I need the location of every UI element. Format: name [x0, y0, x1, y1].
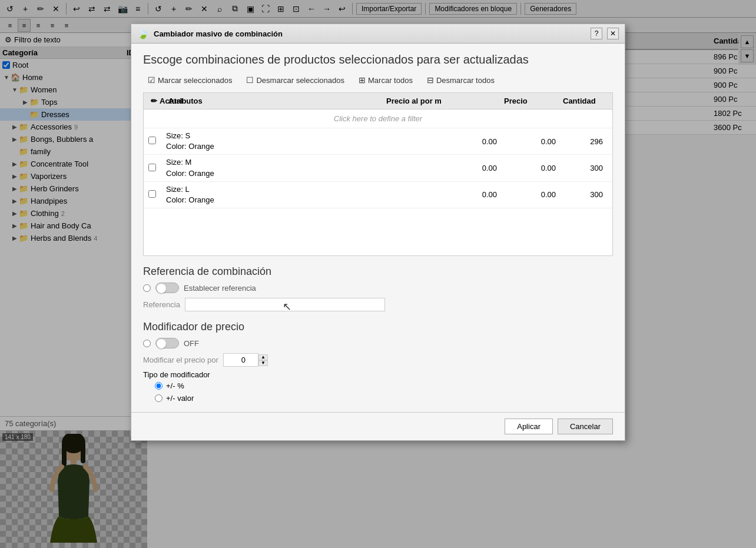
col-atributos: Atributos [166, 95, 384, 107]
mark-all-button[interactable]: ⊞ Marcar todos [354, 74, 417, 87]
unmark-selected-button[interactable]: ☐ Desmarcar seleccionados [241, 74, 349, 87]
price-toggle-container [155, 338, 179, 348]
price-toggle-thumb [157, 339, 166, 348]
modal-footer: Aplicar Cancelar [131, 412, 625, 440]
ref-input-row: Referencia [143, 298, 613, 311]
radio-percent-label: +/- % [166, 381, 184, 390]
unmark-all-button[interactable]: ⊟ Desmarcar todos [422, 74, 499, 87]
price-section: OFF Modificar el precio por ▲ ▼ Tipo de … [143, 338, 613, 403]
comb-row-m-checkbox-cell [148, 164, 166, 173]
price-spinner-up[interactable]: ▲ [258, 354, 268, 360]
radio-group: +/- % +/- valor [155, 381, 613, 403]
radio-item-value: +/- valor [155, 394, 613, 403]
comb-l-size: Size: L [166, 184, 384, 195]
modify-price-label: Modificar el precio por [143, 356, 218, 364]
mark-all-icon: ⊞ [359, 75, 366, 85]
ref-heading: Referencia de combinación [143, 265, 613, 278]
comb-s-color: Color: Orange [166, 141, 384, 152]
ref-toggle-label: Establecer referencia [184, 284, 256, 293]
comb-m-checkbox[interactable] [148, 164, 156, 171]
col-precio: Precio [502, 95, 561, 107]
radio-percent[interactable] [155, 382, 163, 390]
apply-button[interactable]: Aplicar [505, 419, 553, 434]
comb-s-attr: Size: S Color: Orange [166, 131, 384, 152]
comb-s-precio-mayor: 0.00 [384, 137, 502, 146]
comb-s-checkbox[interactable] [148, 137, 156, 144]
price-spinner-down[interactable]: ▼ [258, 360, 268, 366]
ref-radio[interactable] [143, 284, 151, 292]
modal-body: Escoge combinaciones de productos selecc… [131, 44, 625, 412]
radio-value-label: +/- valor [166, 394, 194, 403]
unmark-all-icon: ⊟ [427, 75, 434, 85]
modal-help-button[interactable]: ? [591, 28, 602, 39]
col-precio-mayor: Precio al por m [384, 95, 502, 107]
price-radio[interactable] [143, 340, 151, 347]
comb-s-size: Size: S [166, 131, 384, 141]
modal-close-button[interactable]: ✕ [607, 28, 619, 39]
comb-l-precio-mayor: 0.00 [384, 190, 502, 199]
comb-m-precio: 0.00 [502, 164, 561, 172]
modal-title-icon: 🍃 [137, 28, 149, 39]
mark-selected-label: Marcar seleccionados [158, 76, 232, 85]
mark-selected-icon: ☑ [148, 75, 155, 85]
modal-toolbar: ☑ Marcar seleccionados ☐ Desmarcar selec… [143, 74, 613, 87]
comb-m-color: Color: Orange [166, 168, 384, 179]
comb-row-s-checkbox-cell [148, 137, 166, 146]
comb-row-l-checkbox-cell [148, 190, 166, 200]
modify-price-input-wrap: ▲ ▼ [223, 353, 268, 367]
unmark-all-label: Desmarcar todos [436, 76, 495, 85]
unmark-selected-icon: ☐ [246, 75, 254, 85]
radio-value[interactable] [155, 394, 163, 402]
comb-l-attr: Size: L Color: Orange [166, 184, 384, 205]
price-heading: Modificador de precio [143, 321, 613, 333]
tipo-label: Tipo de modificador [143, 370, 613, 379]
ref-toggle-thumb [157, 284, 166, 293]
price-toggle-track[interactable] [155, 338, 179, 348]
comb-s-precio: 0.00 [502, 137, 561, 146]
comb-l-cantidad: 300 [561, 190, 608, 199]
comb-m-cantidad: 300 [561, 164, 608, 172]
mark-all-label: Marcar todos [368, 76, 413, 85]
combinations-table: ✏ Actual Atributos Precio al por m Preci… [143, 92, 613, 256]
comb-m-size: Size: M [166, 157, 384, 168]
comb-m-precio-mayor: 0.00 [384, 164, 502, 172]
comb-m-attr: Size: M Color: Orange [166, 157, 384, 178]
modal-heading: Escoge combinaciones de productos selecc… [143, 53, 613, 67]
price-spinner: ▲ ▼ [258, 354, 268, 366]
radio-item-percent: +/- % [155, 381, 613, 390]
tipo-modificador-section: Tipo de modificador +/- % +/- valor [143, 370, 613, 403]
comb-table-empty [144, 208, 612, 255]
comb-row-l: Size: L Color: Orange 0.00 0.00 300 [144, 182, 612, 208]
ref-toggle-container [155, 283, 179, 293]
modal-overlay: 🍃 Cambiador masivo de combinación ? ✕ Es… [0, 0, 756, 548]
ref-section: Establecer referencia Referencia [143, 283, 613, 311]
comb-s-cantidad: 296 [561, 137, 608, 146]
mark-selected-button[interactable]: ☑ Marcar seleccionados [143, 74, 237, 87]
price-toggle-row: OFF [143, 338, 613, 348]
modal-title-text: Cambiador masivo de combinación [154, 29, 586, 38]
comb-l-precio: 0.00 [502, 190, 561, 199]
comb-table-header: ✏ Actual Atributos Precio al por m Preci… [144, 93, 612, 109]
pencil-col-icon: ✏ [151, 97, 157, 105]
col-actual: ✏ Actual [148, 95, 166, 107]
filter-row[interactable]: Click here to define a filter [144, 109, 612, 128]
col-cantidad: Cantidad [561, 95, 608, 107]
comb-row-m: Size: M Color: Orange 0.00 0.00 300 [144, 155, 612, 181]
ref-toggle-row: Establecer referencia [143, 283, 613, 293]
comb-l-checkbox[interactable] [148, 190, 156, 198]
unmark-selected-label: Desmarcar seleccionados [256, 76, 344, 85]
price-off-label: OFF [184, 339, 199, 348]
comb-row-s: Size: S Color: Orange 0.00 0.00 296 [144, 128, 612, 155]
ref-label: Referencia [143, 300, 180, 309]
price-modify-row: Modificar el precio por ▲ ▼ [143, 353, 613, 367]
modify-price-input[interactable] [223, 353, 258, 367]
modal-titlebar: 🍃 Cambiador masivo de combinación ? ✕ [131, 24, 625, 44]
ref-toggle-track[interactable] [155, 283, 179, 293]
ref-input[interactable] [185, 298, 385, 311]
modal-dialog: 🍃 Cambiador masivo de combinación ? ✕ Es… [131, 24, 625, 441]
comb-l-color: Color: Orange [166, 195, 384, 205]
cancel-button[interactable]: Cancelar [558, 419, 613, 434]
